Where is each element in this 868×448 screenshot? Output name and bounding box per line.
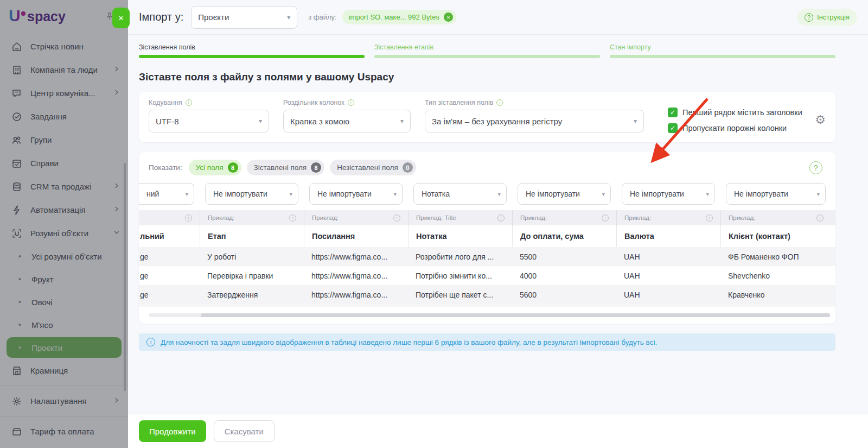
column-header: Нотатка [408, 225, 512, 247]
example-text: Приклад: [520, 214, 547, 221]
column-header: Клієнт (контакт) [720, 225, 831, 247]
column-header: Валюта [616, 225, 720, 247]
checked-checkbox-icon: ✓ [668, 123, 678, 133]
count-badge: 8 [228, 162, 238, 173]
table-cell: Розробити лого для ... [408, 247, 512, 266]
table-row: geУ роботіhttps://www.figma.co...Розроби… [139, 247, 835, 266]
step-stage-mapping[interactable]: Зіставлення етапів [374, 43, 600, 58]
table-cell: https://www.figma.co... [304, 266, 408, 285]
column-mapping-value: Не імпортувати [317, 190, 372, 198]
filter-unmapped-fields[interactable]: Незіставлені поля 0 [330, 160, 416, 175]
column-mapping-select[interactable]: Нотатка▾ [413, 183, 507, 205]
horizontal-scrollbar-thumb[interactable] [201, 313, 830, 317]
import-panel: Імпорт у: Проєкти ▾ з файлу: import SO. … [128, 0, 868, 448]
filter-mapped-fields[interactable]: Зіставлені поля 8 [247, 160, 325, 175]
table-cell: 5500 [512, 247, 616, 266]
checked-checkbox-icon: ✓ [668, 108, 678, 117]
step-progress-bar [610, 55, 835, 58]
info-icon: i [289, 214, 296, 222]
encoding-select[interactable]: UTF-8 ▾ [149, 110, 269, 132]
info-banner: i Для наочності та задля швидкого відобр… [139, 333, 835, 351]
file-chip-text: import SO. маке... 992 Bytes [349, 13, 439, 21]
cancel-button[interactable]: Скасувати [214, 420, 275, 442]
count-badge: 0 [403, 162, 413, 173]
step-field-mapping[interactable]: Зіставлення полів [139, 43, 365, 58]
info-icon: i [816, 214, 824, 222]
checkbox-skip-empty-columns[interactable]: ✓ Пропускати порожні колонки [668, 123, 802, 133]
chevron-down-icon: ▾ [602, 191, 605, 198]
file-chip: import SO. маке... 992 Bytes × [342, 10, 456, 24]
table-cell: Перевірка і правки [200, 266, 304, 285]
example-cell: Приклад:i [616, 210, 720, 225]
column-header: льний [139, 225, 200, 247]
instruction-button[interactable]: ? Інструкція [797, 9, 857, 26]
instruction-label: Інструкція [817, 13, 850, 21]
chevron-down-icon: ▾ [393, 191, 397, 198]
column-mapping-select[interactable]: Не імпортувати▾ [726, 183, 826, 205]
example-text: Приклад: [312, 214, 339, 221]
sidebar: U spacy Стрічка новинКомпанія та людиЦен… [0, 0, 128, 448]
info-icon: i [706, 214, 713, 222]
table-cell: Кравченко [720, 285, 831, 304]
table-column-select-cell: Не імпортувати▾ [200, 183, 304, 205]
remove-file-icon[interactable]: × [444, 12, 453, 22]
example-text: Приклад: [624, 214, 651, 221]
footer-actions: Продовжити Скасувати [128, 414, 868, 448]
step-progress-bar [139, 55, 365, 58]
column-header: Етап [200, 225, 304, 247]
mapping-select-row: ний▾Не імпортувати▾Не імпортувати▾Нотатк… [139, 183, 835, 210]
delimiter-select[interactable]: Крапка з комою ▾ [283, 110, 411, 132]
import-settings-card: Кодуванняi UTF-8 ▾ Роздільник колонокi К… [139, 92, 835, 142]
column-mapping-select[interactable]: Не імпортувати▾ [622, 183, 715, 205]
chevron-down-icon: ▾ [497, 191, 501, 198]
table-column-select-cell: Не імпортувати▾ [616, 183, 720, 205]
table-cell: https://www.figma.co... [304, 247, 408, 266]
table-column-select-cell: Нотатка▾ [408, 183, 512, 205]
mapping-table: ний▾Не імпортувати▾Не імпортувати▾Нотатк… [139, 183, 835, 307]
question-icon: ? [805, 13, 813, 22]
show-label: Показати: [149, 163, 182, 172]
table-cell: 5600 [512, 285, 616, 304]
column-mapping-select[interactable]: Не імпортувати▾ [309, 183, 403, 205]
help-icon[interactable]: ? [809, 161, 822, 174]
table-cell: https://www.figma.co... [304, 285, 408, 304]
column-mapping-select[interactable]: Не імпортувати▾ [205, 183, 298, 205]
fields-mapping-card: Показати: Усі поля 8 Зіставлені поля 8 Н… [139, 152, 835, 324]
table-column-select-cell: Не імпортувати▾ [720, 183, 831, 205]
info-icon: i [146, 338, 155, 346]
example-cell: Приклад: Titlei [408, 210, 512, 225]
step-progress-bar [374, 55, 600, 58]
match-type-label: Тип зіставлення полівi [425, 99, 644, 106]
clipped-table-row [139, 304, 835, 307]
column-header: До оплати, сума [512, 225, 616, 247]
step-import-status[interactable]: Стан імпорту [610, 43, 835, 58]
example-cell: i [139, 210, 200, 225]
continue-button[interactable]: Продовжити [139, 420, 206, 442]
table-cell: ge [139, 266, 200, 285]
delimiter-label: Роздільник колонокi [283, 99, 411, 106]
example-cell: Приклад:i [304, 210, 408, 225]
filter-all-fields[interactable]: Усі поля 8 [189, 160, 241, 175]
example-cell: Приклад:i [720, 210, 831, 225]
close-sidebar-button[interactable]: × [112, 8, 130, 28]
column-mapping-value: Не імпортувати [213, 190, 267, 198]
horizontal-scrollbar-track [149, 313, 830, 317]
entity-select[interactable]: Проєкти ▾ [191, 6, 297, 29]
count-badge: 8 [311, 162, 321, 173]
chevron-down-icon: ▾ [628, 117, 637, 125]
column-mapping-select[interactable]: Не імпортувати▾ [518, 183, 611, 205]
table-cell: UAH [616, 285, 720, 304]
column-header: Посилання [304, 225, 408, 247]
match-type-select[interactable]: За ім'ям – без урахування регістру ▾ [425, 110, 644, 132]
info-icon: i [185, 214, 192, 222]
info-icon: i [393, 214, 400, 222]
table-cell: UAH [616, 247, 720, 266]
column-mapping-value: Не імпортувати [526, 190, 580, 198]
chevron-down-icon: ▾ [706, 191, 709, 198]
section-heading: Зіставте поля з файлу з полями у вашому … [139, 71, 835, 83]
gear-icon[interactable]: ⚙ [815, 113, 826, 127]
chevron-down-icon: ▾ [816, 191, 820, 198]
table-cell: UAH [616, 266, 720, 285]
checkbox-first-row-headers[interactable]: ✓ Перший рядок містить заголовки [668, 108, 802, 117]
column-mapping-select[interactable]: ний▾ [139, 183, 194, 205]
